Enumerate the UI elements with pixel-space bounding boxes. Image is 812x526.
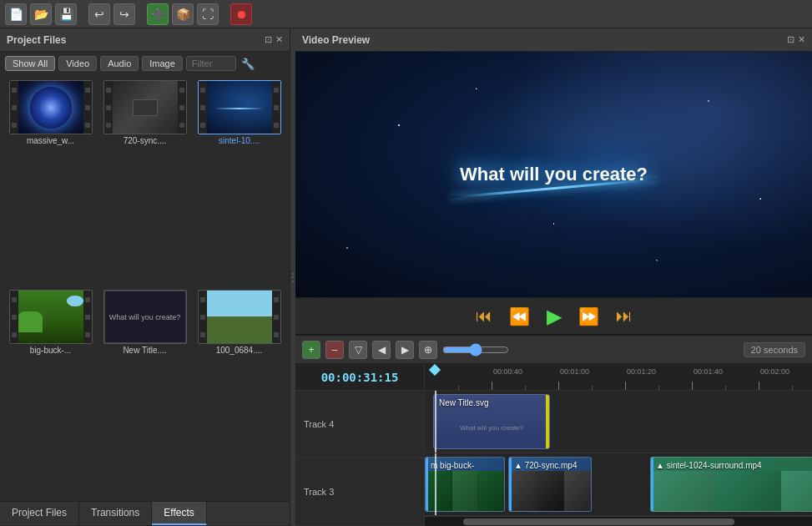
media-label-massive-w: massive_w...	[27, 136, 74, 145]
tl-prev-button[interactable]: ◀	[372, 341, 391, 359]
toolbar: 📄 📂 💾 ↩ ↪ ➕ 📦 ⛶ ⏺	[0, 0, 812, 28]
ruler-mark-200	[759, 382, 759, 390]
clip-sintel-audio[interactable]: ▲ sintel-1024-surround.mp4	[650, 457, 812, 512]
media-label-new-title: New Title....	[123, 346, 166, 355]
clip-720-sync-label: ▲ 720-sync.mp4	[514, 461, 577, 470]
timeline-scrollbar-thumb[interactable]	[463, 518, 734, 525]
video-preview-area: What will you create?	[295, 52, 812, 297]
media-label-100-0684: 100_0684....	[216, 346, 263, 355]
pf-close-icon[interactable]: ✕	[275, 34, 283, 45]
media-item-massive-w[interactable]: massive_w...	[5, 80, 96, 286]
clip-sintel-label: ▲ sintel-1024-surround.mp4	[656, 461, 762, 470]
timeline-scrollbar[interactable]	[425, 516, 812, 526]
media-grid: massive_w... 720-sy	[0, 75, 290, 501]
ruler-minor-1	[458, 386, 459, 390]
clip-new-title[interactable]: New Title.svg What will you create?	[433, 394, 550, 449]
filter-all-button[interactable]: Show All	[5, 56, 55, 71]
media-label-big-buck: big-buck-...	[30, 346, 71, 355]
right-panel: Video Preview ⊡ ✕ What will you create? …	[295, 28, 812, 526]
ruler-label-100: 00:01:00	[560, 367, 589, 376]
timeline-toolbar: + – ▽ ◀ ▶ ⊕ 20 seconds	[295, 336, 812, 364]
play-button[interactable]: ▶	[542, 301, 567, 331]
tl-remove-button[interactable]: –	[325, 341, 344, 359]
track-content: 00:00:40 00:01:00 00:01:20 00:01:40 00:0…	[425, 364, 812, 526]
clip-big-buck[interactable]: m big-buck-	[425, 457, 505, 512]
ruler-mark-120	[625, 382, 626, 390]
tab-project-files[interactable]: Project Files	[0, 502, 79, 525]
save-button[interactable]: 💾	[55, 3, 77, 25]
redo-button[interactable]: ↪	[113, 3, 135, 25]
clip-start-marker	[426, 458, 428, 511]
ruler-label-40: 00:00:40	[493, 367, 522, 376]
media-label-sintel: sintel-10....	[219, 136, 260, 145]
clip-end-marker	[546, 395, 549, 448]
rewind-button[interactable]: ⏪	[504, 303, 535, 330]
ruler-label-200: 00:02:00	[760, 367, 789, 376]
media-item-sintel[interactable]: sintel-10....	[194, 80, 285, 286]
track-label-3: Track 3	[295, 458, 424, 526]
ruler-mark-100	[558, 382, 559, 390]
timeline-zoom-slider[interactable]	[442, 343, 509, 357]
time-display: 00:00:31:15	[295, 364, 424, 391]
go-end-button[interactable]: ⏭	[611, 303, 638, 329]
main-layout: Project Files ⊡ ✕ Show All Video Audio I…	[0, 28, 812, 526]
pf-icon1[interactable]: ⊡	[265, 34, 272, 45]
filter-video-button[interactable]: Video	[58, 56, 97, 71]
timeline-duration: 20 seconds	[744, 342, 805, 357]
left-panel: Project Files ⊡ ✕ Show All Video Audio I…	[0, 28, 290, 526]
track4-row: New Title.svg What will you create?	[425, 391, 812, 453]
track-labels: 00:00:31:15 Track 4 Track 3	[295, 364, 425, 526]
media-item-720-sync[interactable]: 720-sync....	[99, 80, 190, 286]
video-preview-header: Video Preview ⊡ ✕	[295, 28, 812, 52]
track3-row: m big-buck- ▲ 720-sync.mp4	[425, 453, 812, 516]
vp-icon1[interactable]: ⊡	[787, 34, 794, 45]
tab-transitions[interactable]: Transitions	[79, 502, 152, 525]
ruler-label-140: 00:01:40	[693, 367, 723, 376]
tl-filter-button[interactable]: ▽	[349, 341, 367, 359]
media-item-big-buck[interactable]: big-buck-...	[5, 290, 96, 496]
undo-button[interactable]: ↩	[88, 3, 110, 25]
vp-close-icon[interactable]: ✕	[798, 34, 805, 45]
go-start-button[interactable]: ⏮	[471, 303, 497, 329]
filter-image-button[interactable]: Image	[142, 56, 183, 71]
ruler-mark-major	[492, 382, 492, 390]
filter-audio-button[interactable]: Audio	[100, 56, 139, 71]
fast-forward-button[interactable]: ⏩	[573, 303, 604, 330]
media-item-100-0684[interactable]: 100_0684....	[194, 290, 285, 496]
project-files-title: Project Files	[7, 34, 66, 46]
clip-big-buck-label: m big-buck-	[431, 461, 474, 470]
filter-row: Show All Video Audio Image 🔧	[0, 52, 290, 75]
timeline-content: 00:00:31:15 Track 4 Track 3 00:00:40	[295, 364, 812, 526]
pf-header-icons: ⊡ ✕	[265, 34, 283, 45]
track-label-4: Track 4	[295, 391, 424, 458]
video-overlay-text: What will you create?	[460, 164, 648, 185]
bottom-tabs: Project Files Transitions Effects	[0, 501, 290, 526]
tl-add-button[interactable]: +	[302, 341, 320, 359]
record-button[interactable]: ⏺	[230, 3, 252, 25]
import-button[interactable]: ➕	[147, 3, 169, 25]
new-button[interactable]: 📄	[5, 3, 27, 25]
vp-header-icons: ⊡ ✕	[787, 34, 805, 45]
timeline-ruler: 00:00:40 00:01:00 00:01:20 00:01:40 00:0…	[425, 364, 812, 391]
video-canvas: What will you create?	[295, 52, 812, 297]
clip-720-sync[interactable]: ▲ 720-sync.mp4	[508, 457, 592, 512]
clip-new-title-label: New Title.svg	[439, 398, 488, 407]
tl-next-button[interactable]: ▶	[396, 341, 414, 359]
filter-input[interactable]	[186, 56, 236, 71]
export-button[interactable]: 📦	[172, 3, 194, 25]
project-files-header: Project Files ⊡ ✕	[0, 28, 290, 52]
playhead-indicator	[429, 364, 441, 376]
ruler-label-120: 00:01:20	[627, 367, 656, 376]
media-label-720-sync: 720-sync....	[124, 136, 167, 145]
media-item-new-title[interactable]: What will you create? New Title....	[99, 290, 190, 496]
fullscreen-button[interactable]: ⛶	[197, 3, 219, 25]
open-button[interactable]: 📂	[30, 3, 52, 25]
timeline: + – ▽ ◀ ▶ ⊕ 20 seconds 00:00:31:15 Track…	[295, 334, 812, 526]
playback-controls: ⏮ ⏪ ▶ ⏩ ⏭	[295, 297, 812, 334]
clip-720-start-marker	[509, 458, 512, 511]
tl-center-button[interactable]: ⊕	[419, 341, 437, 359]
clip-sintel-start-marker	[651, 458, 653, 511]
ruler-mark-140	[692, 382, 693, 390]
tab-effects[interactable]: Effects	[152, 502, 206, 525]
filter-clear-button[interactable]: 🔧	[240, 58, 256, 70]
